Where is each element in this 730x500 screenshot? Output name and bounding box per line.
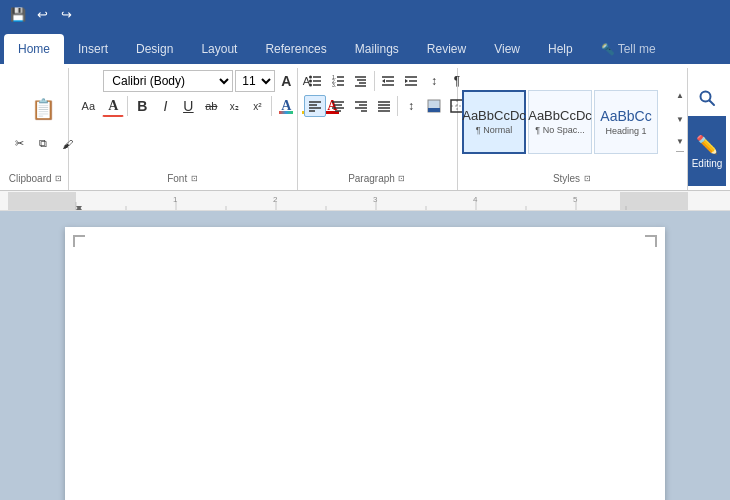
- font-group-label: Font ⊡: [75, 171, 291, 186]
- svg-text:2: 2: [273, 195, 278, 204]
- svg-rect-41: [428, 108, 440, 112]
- svg-marker-19: [382, 79, 385, 83]
- style-no-spacing[interactable]: AaBbCcDc ¶ No Spac...: [528, 90, 592, 154]
- tab-design[interactable]: Design: [122, 34, 187, 64]
- svg-text:1: 1: [173, 195, 178, 204]
- svg-line-46: [710, 101, 715, 106]
- superscript-button[interactable]: x²: [246, 95, 268, 117]
- sort-button[interactable]: ↕: [423, 70, 445, 92]
- multilevel-list-button[interactable]: [350, 70, 372, 92]
- clipboard-expander[interactable]: ⊡: [54, 174, 64, 184]
- cut-button[interactable]: ✂: [8, 133, 30, 155]
- styles-expander[interactable]: ⊡: [582, 174, 592, 184]
- editing-button[interactable]: ✏️ Editing: [688, 116, 726, 186]
- font-name-select[interactable]: Calibri (Body): [103, 70, 233, 92]
- tab-help[interactable]: Help: [534, 34, 587, 64]
- tab-view[interactable]: View: [480, 34, 534, 64]
- redo-button[interactable]: ↪: [56, 4, 76, 24]
- bullets-button[interactable]: [304, 70, 326, 92]
- corner-mark-top-right: [645, 235, 657, 247]
- style-heading1-name: Heading 1: [605, 126, 646, 136]
- paragraph-group-label: Paragraph ⊡: [304, 171, 451, 186]
- svg-text:3: 3: [373, 195, 378, 204]
- tab-references[interactable]: References: [251, 34, 340, 64]
- styles-scroll-arrows: ▲ ▼ ▼—: [672, 84, 688, 160]
- align-left-button[interactable]: [304, 95, 326, 117]
- bold-button[interactable]: B: [131, 95, 153, 117]
- subscript-button[interactable]: x₂: [223, 95, 245, 117]
- svg-text:3.: 3.: [332, 82, 336, 88]
- increase-indent-button[interactable]: [400, 70, 422, 92]
- font-size-select[interactable]: 11: [235, 70, 275, 92]
- ribbon: 📋 ✂ ⧉ 🖌 Clipboard ⊡ Calibri (Body) 11 A: [0, 64, 730, 191]
- font-expander[interactable]: ⊡: [189, 174, 199, 184]
- style-normal-preview: AaBbCcDc: [462, 108, 526, 123]
- tab-layout[interactable]: Layout: [187, 34, 251, 64]
- tab-bar: Home Insert Design Layout References Mai…: [0, 28, 730, 64]
- document-page[interactable]: [65, 227, 665, 500]
- svg-point-5: [309, 84, 312, 87]
- svg-text:5: 5: [573, 195, 578, 204]
- styles-gallery: AaBbCcDc ¶ Normal AaBbCcDc ¶ No Spac... …: [462, 86, 672, 158]
- paste-button[interactable]: 📋: [27, 89, 59, 129]
- ruler: 1 2 3 4 5: [0, 191, 730, 211]
- justify-button[interactable]: [373, 95, 395, 117]
- align-center-button[interactable]: [327, 95, 349, 117]
- styles-scroll-down[interactable]: ▼: [672, 108, 688, 132]
- italic-button[interactable]: I: [154, 95, 176, 117]
- font-group: Calibri (Body) 11 A A Aa A B I U ab x₂ x: [69, 68, 298, 190]
- corner-mark-top-left: [73, 235, 85, 247]
- style-heading1-preview: AaBbCc: [600, 108, 651, 124]
- style-no-spacing-preview: AaBbCcDc: [528, 108, 592, 123]
- search-button[interactable]: [689, 80, 725, 116]
- strikethrough-button[interactable]: ab: [200, 95, 222, 117]
- svg-rect-50: [76, 192, 620, 210]
- style-normal-name: ¶ Normal: [476, 125, 512, 135]
- font-grow-button[interactable]: A: [277, 72, 295, 90]
- right-area: ✏️ Editing: [688, 68, 726, 190]
- styles-group-label: Styles ⊡: [462, 171, 683, 186]
- styles-more-button[interactable]: ▼—: [672, 132, 688, 160]
- svg-rect-49: [620, 192, 688, 210]
- shading-button[interactable]: [423, 95, 445, 117]
- underline-button[interactable]: U: [177, 95, 199, 117]
- clear-format-button[interactable]: A: [102, 95, 124, 117]
- numbering-button[interactable]: 1.2.3.: [327, 70, 349, 92]
- align-right-button[interactable]: [350, 95, 372, 117]
- undo-button[interactable]: ↩: [32, 4, 52, 24]
- svg-rect-48: [8, 192, 76, 210]
- clipboard-group: 📋 ✂ ⧉ 🖌 Clipboard ⊡: [4, 68, 69, 190]
- tab-mailings[interactable]: Mailings: [341, 34, 413, 64]
- styles-group: AaBbCcDc ¶ Normal AaBbCcDc ¶ No Spac... …: [458, 68, 688, 190]
- paragraph-group: 1.2.3. ↕ ¶: [298, 68, 458, 190]
- copy-button[interactable]: ⧉: [32, 133, 54, 155]
- tab-home[interactable]: Home: [4, 34, 64, 64]
- quick-access-toolbar: 💾 ↩ ↪: [0, 0, 730, 28]
- line-spacing-button[interactable]: ↕: [400, 95, 422, 117]
- save-button[interactable]: 💾: [8, 4, 28, 24]
- clipboard-label: Clipboard ⊡: [8, 171, 64, 186]
- svg-marker-23: [405, 79, 408, 83]
- styles-scroll-up[interactable]: ▲: [672, 84, 688, 108]
- style-no-spacing-name: ¶ No Spac...: [535, 125, 584, 135]
- svg-text:4: 4: [473, 195, 478, 204]
- case-button[interactable]: Aa: [75, 95, 101, 117]
- tab-review[interactable]: Review: [413, 34, 480, 64]
- svg-point-4: [309, 80, 312, 83]
- style-heading1[interactable]: AaBbCc Heading 1: [594, 90, 658, 154]
- text-effects-button[interactable]: A: [275, 95, 297, 117]
- tab-tellme[interactable]: 🔦 Tell me: [587, 34, 670, 64]
- document-area: [0, 211, 730, 500]
- tab-insert[interactable]: Insert: [64, 34, 122, 64]
- paragraph-expander[interactable]: ⊡: [397, 174, 407, 184]
- svg-point-3: [309, 76, 312, 79]
- decrease-indent-button[interactable]: [377, 70, 399, 92]
- style-normal[interactable]: AaBbCcDc ¶ Normal: [462, 90, 526, 154]
